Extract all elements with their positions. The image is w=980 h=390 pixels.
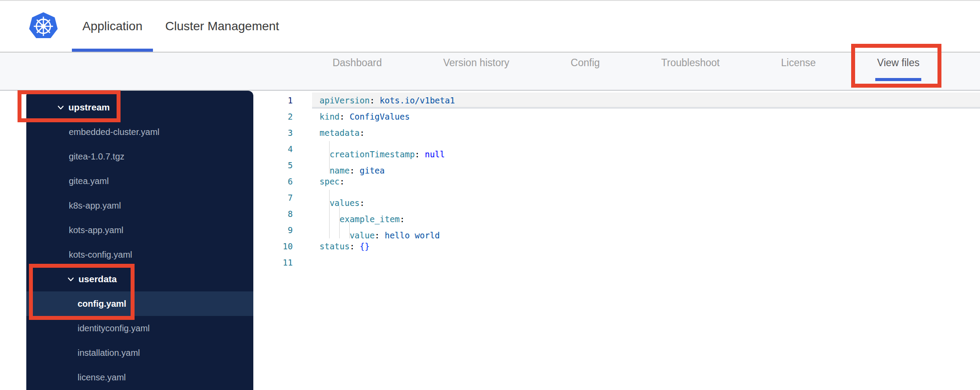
- line-content: creationTimestamp: null: [312, 141, 980, 157]
- line-number: 1: [253, 92, 293, 109]
- line-content: example_item:: [312, 206, 980, 222]
- token-key: metadata: [320, 128, 360, 138]
- token-key: apiVersion: [320, 96, 369, 105]
- line-content: [312, 255, 980, 271]
- code-line-2[interactable]: 2kind: ConfigValues: [253, 109, 980, 125]
- code-editor[interactable]: 1apiVersion: kots.io/v1beta12kind: Confi…: [253, 91, 980, 390]
- line-content: metadata:: [312, 125, 980, 141]
- tree-item-label: k8s-app.yaml: [69, 201, 121, 211]
- tree-file-kots-app-yaml[interactable]: kots-app.yaml: [26, 218, 253, 242]
- tree-file-k8s-app-yaml[interactable]: k8s-app.yaml: [26, 193, 253, 218]
- tree-item-label: kots-config.yaml: [69, 250, 132, 260]
- code-line-8[interactable]: 8example_item:: [253, 206, 980, 222]
- line-number: 4: [253, 141, 293, 157]
- tree-folder-userdata[interactable]: userdata: [26, 267, 253, 291]
- token-plain: :: [350, 241, 360, 251]
- token-key: spec: [320, 177, 340, 186]
- code-line-5[interactable]: 5name: gitea: [253, 157, 980, 174]
- line-content: status: {}: [312, 238, 980, 255]
- line-content: values:: [312, 190, 980, 206]
- tree-file-embedded-cluster-yaml[interactable]: embedded-cluster.yaml: [26, 120, 253, 144]
- chevron-down-icon: [67, 276, 75, 283]
- line-number: 11: [253, 255, 293, 271]
- line-number: 2: [253, 109, 293, 125]
- editor-lines: 1apiVersion: kots.io/v1beta12kind: Confi…: [253, 91, 980, 271]
- tree-file-kots-config-yaml[interactable]: kots-config.yaml: [26, 242, 253, 267]
- tab-license[interactable]: License: [781, 57, 816, 69]
- header-tab-bar: ApplicationCluster Management: [71, 1, 291, 52]
- tab-version-history[interactable]: Version history: [443, 57, 509, 69]
- tree-item-label: userdata: [78, 274, 117, 284]
- code-line-4[interactable]: 4creationTimestamp: null: [253, 141, 980, 157]
- line-number: 6: [253, 174, 293, 190]
- tree-folder-upstream[interactable]: upstream: [26, 95, 253, 120]
- code-line-6[interactable]: 6spec:: [253, 174, 980, 190]
- line-content: name: gitea: [312, 157, 980, 174]
- token-value: ConfigValues: [350, 112, 410, 121]
- tree-item-label: config.yaml: [78, 299, 126, 309]
- line-number: 7: [253, 190, 293, 206]
- token-plain: :: [340, 177, 344, 186]
- token-key: status: [320, 241, 350, 251]
- tab-troubleshoot[interactable]: Troubleshoot: [661, 57, 720, 69]
- tab-view-files[interactable]: View files: [877, 57, 920, 69]
- code-line-3[interactable]: 3metadata:: [253, 125, 980, 141]
- line-number: 10: [253, 238, 293, 255]
- chevron-down-icon: [57, 104, 64, 111]
- tree-file-installation-yaml[interactable]: installation.yaml: [26, 340, 253, 365]
- indent-guide: [330, 206, 340, 222]
- code-line-7[interactable]: 7values:: [253, 190, 980, 206]
- top-header: ApplicationCluster Management: [0, 0, 980, 53]
- tree-file-gitea-yaml[interactable]: gitea.yaml: [26, 169, 253, 193]
- header-tab-application[interactable]: Application: [71, 1, 154, 52]
- line-content: value: hello world: [312, 222, 980, 238]
- token-plain: :: [340, 112, 350, 121]
- token-key: kind: [320, 112, 340, 121]
- line-number: 3: [253, 125, 293, 141]
- file-tree: upstreamembedded-cluster.yamlgitea-1.0.7…: [26, 91, 253, 390]
- indent-guide: [320, 206, 330, 222]
- tree-item-label: gitea-1.0.7.tgz: [69, 152, 124, 162]
- indent-guide: [330, 222, 340, 238]
- code-line-10[interactable]: 10status: {}: [253, 238, 980, 255]
- tree-file-identityconfig-yaml[interactable]: identityconfig.yaml: [26, 316, 253, 340]
- tree-item-label: embedded-cluster.yaml: [69, 127, 160, 137]
- tree-item-label: installation.yaml: [78, 348, 140, 358]
- tree-file-license-yaml[interactable]: license.yaml: [26, 365, 253, 390]
- indent-guide: [320, 157, 330, 174]
- line-content: spec:: [312, 174, 980, 190]
- header-tab-cluster-management[interactable]: Cluster Management: [154, 1, 291, 52]
- code-line-1[interactable]: 1apiVersion: kots.io/v1beta1: [253, 92, 980, 109]
- indent-guide: [340, 222, 350, 238]
- tree-item-label: license.yaml: [78, 372, 126, 383]
- code-line-9[interactable]: 9value: hello world: [253, 222, 980, 238]
- code-line-11[interactable]: 11: [253, 255, 980, 271]
- line-number: 9: [253, 222, 293, 238]
- tree-item-label: kots-app.yaml: [69, 225, 124, 235]
- file-tree-sidebar: upstreamembedded-cluster.yamlgitea-1.0.7…: [26, 91, 253, 390]
- tree-item-label: upstream: [68, 102, 110, 113]
- tree-item-label: gitea.yaml: [69, 176, 109, 186]
- line-content: apiVersion: kots.io/v1beta1: [312, 92, 980, 109]
- tab-dashboard[interactable]: Dashboard: [333, 57, 382, 69]
- app-nav-bar: DashboardVersion historyConfigTroublesho…: [0, 53, 980, 91]
- token-plain: :: [369, 96, 380, 105]
- indent-guide: [320, 190, 330, 206]
- token-bracket: {}: [360, 241, 370, 251]
- tab-config[interactable]: Config: [571, 57, 600, 69]
- indent-guide: [320, 141, 330, 157]
- tree-item-label: identityconfig.yaml: [78, 323, 150, 333]
- kots-admin-console: ApplicationCluster Management DashboardV…: [0, 0, 980, 390]
- tree-file-config-yaml[interactable]: config.yaml: [26, 291, 253, 316]
- indent-guide: [320, 222, 330, 238]
- tree-file-gitea-1-0-7-tgz[interactable]: gitea-1.0.7.tgz: [26, 144, 253, 169]
- line-content: kind: ConfigValues: [312, 109, 980, 125]
- token-plain: :: [360, 128, 365, 138]
- token-value: kots.io/v1beta1: [380, 96, 455, 105]
- line-number: 8: [253, 206, 293, 222]
- line-number: 5: [253, 157, 293, 174]
- kubernetes-logo-icon: [28, 12, 59, 40]
